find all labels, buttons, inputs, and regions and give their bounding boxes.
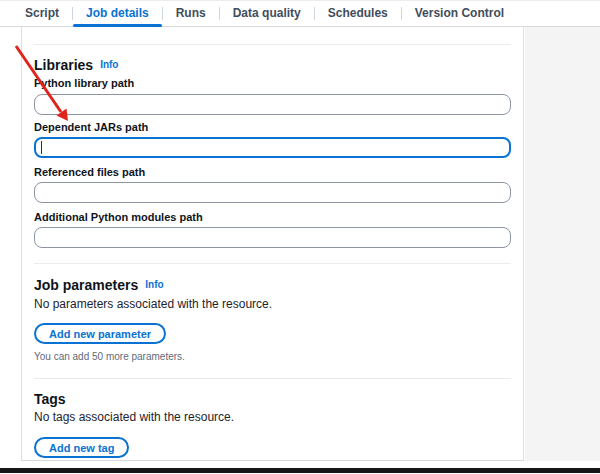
tags-empty-text: No tags associated with the resource. <box>34 410 234 424</box>
section-divider <box>34 263 511 264</box>
tab-runs[interactable]: Runs <box>163 1 219 27</box>
job-parameters-empty-text: No parameters associated with the resour… <box>34 297 272 311</box>
job-parameters-title-text: Job parameters <box>34 277 138 293</box>
tab-schedules[interactable]: Schedules <box>315 1 401 27</box>
job-parameters-info-link[interactable]: Info <box>145 279 163 290</box>
tab-script[interactable]: Script <box>12 1 72 27</box>
window-bottom-edge <box>0 468 600 473</box>
tab-data-quality[interactable]: Data quality <box>220 1 314 27</box>
tags-section-title: Tags <box>34 391 66 407</box>
add-new-tag-button[interactable]: Add new tag <box>34 437 129 458</box>
tab-job-details[interactable]: Job details <box>73 1 162 27</box>
python-library-path-input[interactable] <box>34 94 511 115</box>
tab-version-control[interactable]: Version Control <box>402 1 517 27</box>
page-background-strip <box>525 27 600 461</box>
tags-title-text: Tags <box>34 391 66 407</box>
job-parameters-section-title: Job parametersInfo <box>34 277 164 293</box>
referenced-files-path-label: Referenced files path <box>34 166 145 179</box>
dependent-jars-path-input[interactable] <box>34 137 511 158</box>
referenced-files-path-input[interactable] <box>34 182 511 203</box>
section-divider <box>34 44 511 45</box>
additional-python-modules-path-input[interactable] <box>34 227 511 248</box>
tab-bar: Script Job details Runs Data quality Sch… <box>0 0 600 27</box>
section-divider <box>34 378 511 379</box>
python-library-path-label: Python library path <box>34 77 134 90</box>
dependent-jars-path-label: Dependent JARs path <box>34 121 148 134</box>
job-details-panel: LibrariesInfo Python library path Depend… <box>21 27 524 461</box>
libraries-info-link[interactable]: Info <box>100 59 118 70</box>
add-new-parameter-button[interactable]: Add new parameter <box>34 323 166 344</box>
libraries-section-title: LibrariesInfo <box>34 57 118 73</box>
libraries-title-text: Libraries <box>34 57 93 73</box>
job-parameters-hint-text: You can add 50 more parameters. <box>34 351 185 363</box>
additional-python-modules-path-label: Additional Python modules path <box>34 211 203 224</box>
text-cursor <box>41 141 42 154</box>
